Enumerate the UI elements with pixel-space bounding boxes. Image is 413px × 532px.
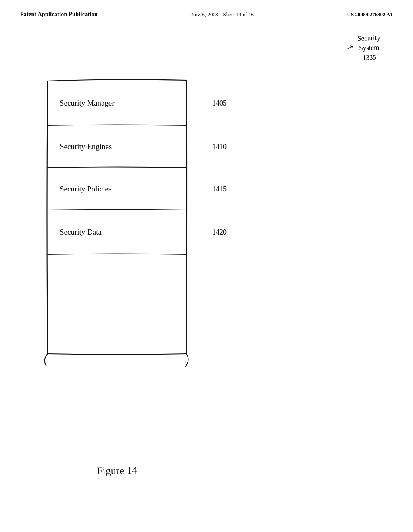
sheet-info: Sheet 14 of 16 — [223, 11, 254, 17]
security-data-number: 1420 — [212, 228, 227, 237]
row-security-engines: Security Engines 1410 — [48, 125, 186, 168]
main-content: ↗ Security System 1335 — [0, 21, 413, 505]
publication-label: Patent Application Publication — [20, 11, 98, 18]
row-security-data: Security Data 1420 — [48, 210, 186, 254]
security-engines-number: 1410 — [212, 142, 227, 151]
page-header: Patent Application Publication Nov. 6, 2… — [0, 0, 413, 21]
patent-number: US 2008/0276302 A1 — [347, 11, 393, 18]
security-data-label: Security Data — [60, 228, 102, 237]
arrow-icon: ↗ — [345, 41, 355, 53]
row-security-manager: Security Manager 1405 — [48, 81, 186, 125]
security-manager-label: Security Manager — [60, 99, 115, 108]
security-manager-number: 1405 — [212, 99, 227, 108]
date-sheet-info: Nov. 6, 2008 Sheet 14 of 16 — [191, 11, 254, 18]
security-policies-label: Security Policies — [60, 185, 111, 193]
diagram-container: Security Manager 1405 Security Engines 1… — [40, 74, 226, 356]
security-policies-number: 1415 — [212, 185, 227, 193]
row-security-policies: Security Policies 1415 — [48, 168, 186, 210]
figure-label: Figure 14 — [97, 464, 138, 477]
publication-date: Nov. 6, 2008 — [191, 11, 218, 17]
security-engines-label: Security Engines — [60, 142, 112, 151]
security-system-label: ↗ Security System 1335 — [357, 33, 381, 62]
